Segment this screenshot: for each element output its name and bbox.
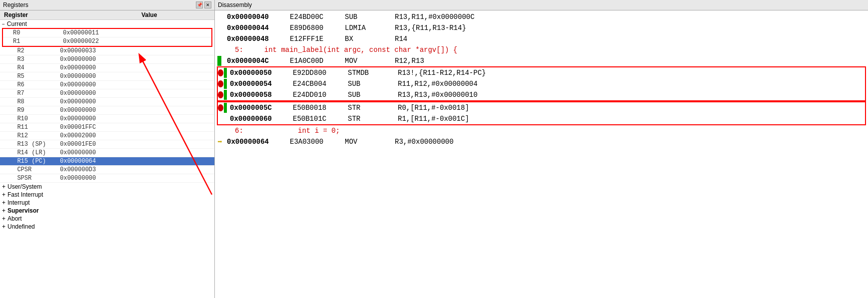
mnemonic-64: MOV [345,138,395,146]
addr-48: 0x00000048 [225,35,290,43]
r6-name: R6 [0,81,60,88]
r4-value: 0x00000000 [60,64,135,71]
r3-value: 0x00000000 [60,56,135,63]
asm-row-40[interactable]: 0x00000040 E24BD00C SUB R13,R11,#0x00000… [215,11,868,22]
supervisor-expand-icon: + [2,207,5,214]
asm-row-50[interactable]: 0x00000050 E92DD800 STMDB R13!,{R11-R12,… [218,67,865,78]
close-button[interactable]: ✕ [204,1,211,8]
register-row-r6[interactable]: R6 0x00000000 [0,81,214,89]
green-bar-50 [224,68,227,78]
supervisor-label: Supervisor [7,207,39,214]
source-line-5-text: 5: int main_label(int argc, const char *… [235,46,457,54]
register-row-r14lr[interactable]: R14 (LR) 0x00000000 [0,149,214,157]
register-row-spsr[interactable]: SPSR 0x00000000 [0,174,214,183]
green-bar-4c [217,56,221,66]
r3-name: R3 [0,56,60,63]
asm-row-5c[interactable]: 0x0000005C E50B0018 STR R0,[R11,#-0x0018… [218,102,865,113]
addr-58: 0x00000058 [228,91,293,99]
abort-group-header[interactable]: + Abort [0,215,214,223]
r15-value: 0x00000064 [60,158,135,165]
green-bar-5c [224,103,227,113]
register-row-r0[interactable]: R0 0x00000011 [3,29,211,37]
interrupt-label: Interrupt [7,199,30,206]
register-row-cpsr[interactable]: CPSR 0x000000D3 [0,166,214,174]
r14-value: 0x00000000 [60,149,135,156]
fast-interrupt-expand-icon: + [2,191,5,198]
opcode-60: E50B101C [293,115,348,123]
register-row-r4[interactable]: R4 0x00000000 [0,64,214,72]
current-group-header[interactable]: − Current [0,20,214,28]
r1-value: 0x00000022 [63,38,138,45]
register-row-r10[interactable]: R10 0x00000000 [0,115,214,123]
source-line-6-text: 6: int i = 0; [235,127,340,135]
register-table-header: Register Value [0,10,214,20]
addr-4c: 0x0000004C [225,57,290,65]
mnemonic-40: SUB [345,13,395,21]
register-col-header: Register [0,11,139,18]
operands-50: R13!,{R11-R12,R14-PC} [398,69,865,77]
register-row-r7[interactable]: R7 0x00000000 [0,89,214,98]
register-row-r1[interactable]: R1 0x00000022 [3,37,211,46]
undefined-group-header[interactable]: + Undefined [0,223,214,231]
green-bar-54 [224,79,227,89]
register-row-r12[interactable]: R12 0x00002000 [0,132,214,140]
supervisor-group-header[interactable]: + Supervisor [0,207,214,215]
interrupt-group-header[interactable]: + Interrupt [0,199,214,207]
addr-54: 0x00000054 [228,80,293,88]
operands-54: R11,R12,#0x00000004 [398,80,865,88]
opcode-54: E24CB004 [293,80,348,88]
asm-row-60[interactable]: 0x00000060 E50B101C STR R1,[R11,#-0x001C… [218,113,865,124]
register-row-r9[interactable]: R9 0x00000000 [0,106,214,115]
r7-value: 0x00000000 [60,90,135,97]
addr-60: 0x00000060 [228,115,293,123]
current-register-group: − Current R0 0x00000011 R1 0x00000022 R2… [0,20,214,183]
addr-5c: 0x0000005C [228,104,293,112]
breakpoint-dot-5c [218,104,223,111]
breakpoint-dot-58 [218,91,223,98]
operands-44: R13,{R11,R13-R14} [395,24,868,32]
disassembly-content[interactable]: 0x00000040 E24BD00C SUB R13,R11,#0x00000… [215,10,868,298]
mnemonic-48: BX [345,35,395,43]
r2-value: 0x00000033 [60,47,135,54]
addr-50: 0x00000050 [228,69,293,77]
opcode-50: E92DD800 [293,69,348,77]
register-row-r3[interactable]: R3 0x00000000 [0,55,214,64]
user-system-label: User/System [7,183,42,190]
user-system-group-header[interactable]: + User/System [0,183,214,191]
spsr-value: 0x00000000 [60,175,135,182]
cpsr-name: CPSR [0,166,60,173]
asm-row-4c[interactable]: 0x0000004C E1A0C00D MOV R12,R13 [215,55,868,66]
r8-name: R8 [0,98,60,105]
opcode-40: E24BD00C [290,13,345,21]
asm-row-64[interactable]: ➡ 0x00000064 E3A03000 MOV R3,#0x00000000 [215,136,868,147]
pin-button[interactable]: 📌 [196,1,203,8]
green-bar-58 [224,90,227,100]
mnemonic-44: LDMIA [345,24,395,32]
indicator-5c [218,103,228,113]
undefined-label: Undefined [7,223,35,230]
asm-row-58[interactable]: 0x00000058 E24DD010 SUB R13,R13,#0x00000… [218,89,865,100]
register-row-r11[interactable]: R11 0x00001FFC [0,123,214,132]
register-row-r8[interactable]: R8 0x00000000 [0,98,214,106]
registers-panel: Registers 📌 ✕ Register Value − Current R… [0,0,215,298]
fast-interrupt-group-header[interactable]: + Fast Interrupt [0,191,214,199]
r8-value: 0x00000000 [60,98,135,105]
mnemonic-4c: MOV [345,57,395,65]
r5-name: R5 [0,73,60,80]
asm-row-54[interactable]: 0x00000054 E24CB004 SUB R11,R12,#0x00000… [218,78,865,89]
mnemonic-5c: STR [348,104,398,112]
asm-row-48[interactable]: 0x00000048 E12FFF1E BX R14 [215,33,868,44]
opcode-44: E89D6800 [290,24,345,32]
registers-table[interactable]: − Current R0 0x00000011 R1 0x00000022 R2… [0,20,214,298]
operands-58: R13,R13,#0x00000010 [398,91,865,99]
register-row-r15pc[interactable]: R15 (PC) 0x00000064 [0,157,214,166]
interrupt-expand-icon: + [2,199,5,206]
opcode-5c: E50B0018 [293,104,348,112]
mnemonic-58: SUB [348,91,398,99]
operands-4c: R12,R13 [395,57,868,65]
register-row-r5[interactable]: R5 0x00000000 [0,72,214,81]
value-col-header: Value [139,11,214,18]
register-row-r13sp[interactable]: R13 (SP) 0x00001FE0 [0,140,214,149]
asm-row-44[interactable]: 0x00000044 E89D6800 LDMIA R13,{R11,R13-R… [215,22,868,33]
register-row-r2[interactable]: R2 0x00000033 [0,47,214,55]
